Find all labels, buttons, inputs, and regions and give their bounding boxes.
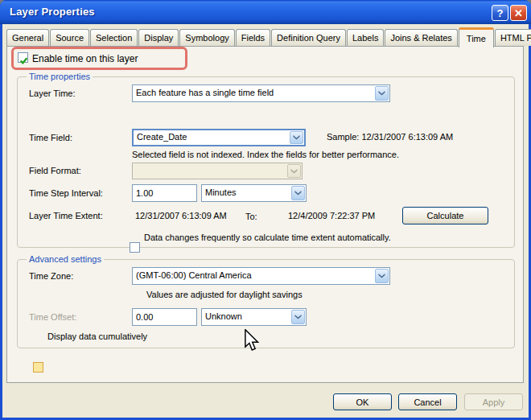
chevron-down-icon[interactable] — [290, 131, 303, 144]
chevron-down-icon — [287, 164, 301, 178]
title-bar[interactable]: Layer Properties ? ✕ — [0, 0, 531, 24]
enable-time-label: Enable time on this layer — [32, 53, 138, 64]
time-offset-label: Time Offset: — [29, 312, 76, 322]
daylight-savings-label: Values are adjusted for daylight savings — [146, 290, 303, 299]
advanced-settings-group-title: Advanced settings — [27, 254, 104, 264]
calculate-button[interactable]: Calculate — [402, 207, 488, 224]
time-field-value: Create_Date — [134, 130, 289, 145]
time-step-interval-label: Time Step Interval: — [29, 188, 103, 198]
field-format-value — [133, 163, 286, 179]
tab-labels[interactable]: Labels — [347, 29, 384, 46]
layer-time-value: Each feature has a single time field — [133, 85, 374, 101]
time-step-unit-value: Minutes — [202, 185, 290, 201]
tab-joins-relates[interactable]: Joins & Relates — [385, 29, 457, 46]
window-title: Layer Properties — [10, 6, 95, 18]
extent-end-value: 12/4/2009 7:22:37 PM — [288, 211, 375, 220]
apply-button: Apply — [464, 393, 523, 410]
time-field-combobox[interactable]: Create_Date — [132, 129, 306, 146]
layer-time-combobox[interactable]: Each feature has a single time field — [132, 84, 390, 102]
extent-start-value: 12/31/2007 6:13:09 AM — [135, 211, 227, 220]
time-zone-combobox[interactable]: (GMT-06:00) Central America — [132, 267, 390, 285]
layer-properties-dialog: Layer Properties ? ✕ General Source Sele… — [0, 0, 531, 420]
time-field-index-note: Selected field is not indexed. Index the… — [132, 150, 399, 159]
tab-fields[interactable]: Fields — [236, 29, 270, 46]
field-format-combobox — [132, 163, 303, 179]
help-button[interactable]: ? — [492, 5, 508, 21]
tab-general[interactable]: General — [6, 29, 49, 46]
chevron-down-icon[interactable] — [291, 186, 305, 200]
tab-time[interactable]: Time — [459, 27, 494, 47]
question-icon: ? — [497, 7, 504, 19]
time-field-sample: Sample: 12/31/2007 6:13:09 AM — [327, 132, 453, 142]
chevron-down-icon[interactable] — [375, 269, 389, 283]
auto-calculate-label: Data changes frequently so calculate tim… — [144, 233, 391, 242]
tab-strip: General Source Selection Display Symbolo… — [6, 27, 531, 46]
mouse-cursor-icon — [244, 329, 260, 355]
layer-time-label: Layer Time: — [29, 89, 75, 98]
time-offset-unit-value: Unknown — [202, 309, 290, 325]
enable-time-checkbox[interactable] — [18, 52, 28, 63]
time-zone-value: (GMT-06:00) Central America — [133, 268, 374, 284]
time-field-label: Time Field: — [29, 133, 72, 142]
auto-calculate-checkbox[interactable] — [130, 242, 140, 253]
time-offset-input[interactable] — [132, 308, 197, 326]
tab-symbology[interactable]: Symbology — [179, 29, 234, 46]
time-offset-unit-combobox[interactable]: Unknown — [201, 308, 307, 326]
chevron-down-icon[interactable] — [291, 310, 305, 324]
field-format-label: Field Format: — [29, 166, 81, 175]
tab-selection[interactable]: Selection — [90, 29, 138, 46]
time-step-unit-combobox[interactable]: Minutes — [201, 184, 307, 202]
tab-source[interactable]: Source — [50, 29, 89, 46]
time-step-interval-input[interactable] — [132, 184, 197, 202]
tab-definition-query[interactable]: Definition Query — [271, 29, 346, 46]
time-properties-group-title: Time properties — [27, 72, 93, 81]
chevron-down-icon[interactable] — [375, 86, 389, 101]
tab-html-popup[interactable]: HTML Popup — [495, 29, 531, 46]
tab-display[interactable]: Display — [138, 29, 179, 46]
display-cumulatively-checkbox[interactable] — [33, 362, 43, 373]
cancel-button[interactable]: Cancel — [398, 393, 457, 410]
time-zone-label: Time Zone: — [29, 271, 73, 281]
layer-time-extent-label: Layer Time Extent: — [29, 211, 103, 220]
ok-button[interactable]: OK — [333, 393, 392, 410]
extent-to-label: To: — [245, 212, 257, 221]
close-icon: ✕ — [514, 7, 523, 19]
check-icon — [19, 54, 28, 68]
close-button[interactable]: ✕ — [510, 5, 527, 21]
display-cumulatively-label: Display data cumulatively — [47, 331, 147, 341]
